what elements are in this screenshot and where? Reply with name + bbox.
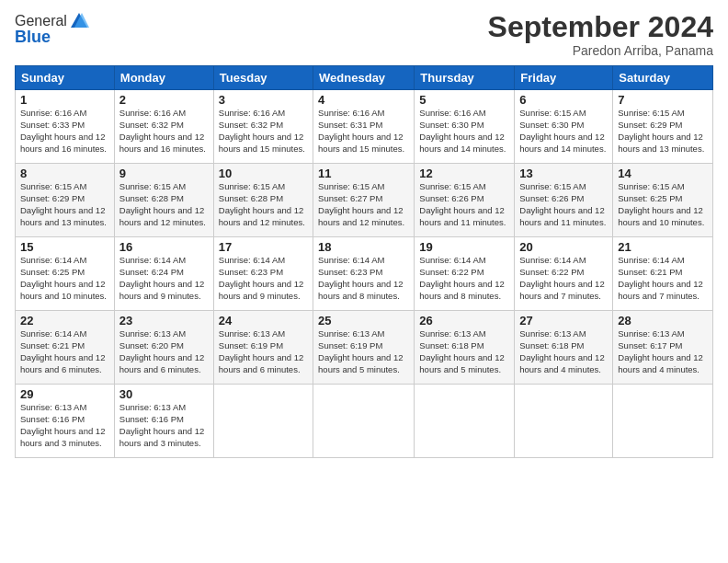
day-number: 25 xyxy=(318,314,409,327)
calendar-day-cell: 7 Sunrise: 6:15 AM Sunset: 6:29 PM Dayli… xyxy=(613,90,713,164)
calendar-table: SundayMondayTuesdayWednesdayThursdayFrid… xyxy=(15,65,713,458)
calendar-day-cell: 27 Sunrise: 6:13 AM Sunset: 6:18 PM Dayl… xyxy=(515,311,613,385)
day-number: 10 xyxy=(219,167,308,180)
calendar-day-header: Thursday xyxy=(415,66,515,90)
day-number: 26 xyxy=(419,314,509,327)
day-info: Sunrise: 6:14 AM Sunset: 6:25 PM Dayligh… xyxy=(20,255,109,302)
title-area: September 2024 Paredon Arriba, Panama xyxy=(488,11,713,58)
day-number: 12 xyxy=(419,167,509,180)
day-info: Sunrise: 6:13 AM Sunset: 6:19 PM Dayligh… xyxy=(318,328,409,375)
day-info: Sunrise: 6:15 AM Sunset: 6:26 PM Dayligh… xyxy=(419,181,509,228)
day-number: 24 xyxy=(219,314,308,327)
day-number: 28 xyxy=(618,314,708,327)
day-number: 5 xyxy=(419,93,509,107)
day-info: Sunrise: 6:16 AM Sunset: 6:31 PM Dayligh… xyxy=(318,108,409,155)
calendar-day-cell xyxy=(313,385,415,458)
day-info: Sunrise: 6:16 AM Sunset: 6:33 PM Dayligh… xyxy=(20,108,109,155)
day-number: 11 xyxy=(318,167,409,180)
day-number: 18 xyxy=(318,240,409,254)
day-info: Sunrise: 6:14 AM Sunset: 6:24 PM Dayligh… xyxy=(119,255,209,302)
day-info: Sunrise: 6:15 AM Sunset: 6:27 PM Dayligh… xyxy=(318,181,409,228)
calendar-day-cell: 19 Sunrise: 6:14 AM Sunset: 6:22 PM Dayl… xyxy=(415,237,515,311)
calendar-day-cell: 10 Sunrise: 6:15 AM Sunset: 6:28 PM Dayl… xyxy=(213,164,313,237)
month-title: September 2024 xyxy=(488,11,713,43)
calendar-day-cell: 29 Sunrise: 6:13 AM Sunset: 6:16 PM Dayl… xyxy=(16,385,115,458)
day-info: Sunrise: 6:16 AM Sunset: 6:30 PM Dayligh… xyxy=(419,108,509,155)
day-number: 3 xyxy=(219,93,308,107)
day-info: Sunrise: 6:13 AM Sunset: 6:16 PM Dayligh… xyxy=(20,402,109,449)
calendar-day-cell: 14 Sunrise: 6:15 AM Sunset: 6:25 PM Dayl… xyxy=(613,164,713,237)
day-info: Sunrise: 6:13 AM Sunset: 6:18 PM Dayligh… xyxy=(419,328,509,375)
logo-icon xyxy=(69,11,89,31)
day-number: 8 xyxy=(20,167,109,180)
header: General Blue September 2024 Paredon Arri… xyxy=(15,11,713,58)
calendar-day-cell: 26 Sunrise: 6:13 AM Sunset: 6:18 PM Dayl… xyxy=(415,311,515,385)
calendar-day-header: Tuesday xyxy=(213,66,313,90)
calendar-day-cell: 18 Sunrise: 6:14 AM Sunset: 6:23 PM Dayl… xyxy=(313,237,415,311)
calendar-day-header: Saturday xyxy=(613,66,713,90)
calendar-day-header: Wednesday xyxy=(313,66,415,90)
day-info: Sunrise: 6:15 AM Sunset: 6:28 PM Dayligh… xyxy=(219,181,308,228)
calendar-header-row: SundayMondayTuesdayWednesdayThursdayFrid… xyxy=(16,66,713,90)
calendar-day-cell: 17 Sunrise: 6:14 AM Sunset: 6:23 PM Dayl… xyxy=(213,237,313,311)
day-info: Sunrise: 6:14 AM Sunset: 6:21 PM Dayligh… xyxy=(20,328,109,375)
calendar-day-cell xyxy=(213,385,313,458)
day-info: Sunrise: 6:13 AM Sunset: 6:17 PM Dayligh… xyxy=(618,328,708,375)
calendar-day-cell: 30 Sunrise: 6:13 AM Sunset: 6:16 PM Dayl… xyxy=(114,385,213,458)
day-info: Sunrise: 6:14 AM Sunset: 6:22 PM Dayligh… xyxy=(519,255,608,302)
day-info: Sunrise: 6:13 AM Sunset: 6:18 PM Dayligh… xyxy=(519,328,608,375)
calendar-day-cell: 11 Sunrise: 6:15 AM Sunset: 6:27 PM Dayl… xyxy=(313,164,415,237)
day-number: 29 xyxy=(20,387,109,401)
calendar-day-cell: 8 Sunrise: 6:15 AM Sunset: 6:29 PM Dayli… xyxy=(16,164,115,237)
page: General Blue September 2024 Paredon Arri… xyxy=(0,0,728,563)
day-number: 22 xyxy=(20,314,109,327)
day-info: Sunrise: 6:14 AM Sunset: 6:21 PM Dayligh… xyxy=(618,255,708,302)
calendar-day-cell: 3 Sunrise: 6:16 AM Sunset: 6:32 PM Dayli… xyxy=(213,90,313,164)
calendar-day-header: Sunday xyxy=(16,66,115,90)
calendar-week-row: 15 Sunrise: 6:14 AM Sunset: 6:25 PM Dayl… xyxy=(16,237,713,311)
calendar-day-cell: 5 Sunrise: 6:16 AM Sunset: 6:30 PM Dayli… xyxy=(415,90,515,164)
calendar-day-header: Friday xyxy=(515,66,613,90)
calendar-day-cell: 12 Sunrise: 6:15 AM Sunset: 6:26 PM Dayl… xyxy=(415,164,515,237)
day-number: 19 xyxy=(419,240,509,254)
day-number: 23 xyxy=(119,314,209,327)
day-number: 13 xyxy=(519,167,608,180)
location-subtitle: Paredon Arriba, Panama xyxy=(488,43,713,58)
calendar-day-cell: 21 Sunrise: 6:14 AM Sunset: 6:21 PM Dayl… xyxy=(613,237,713,311)
calendar-day-cell: 6 Sunrise: 6:15 AM Sunset: 6:30 PM Dayli… xyxy=(515,90,613,164)
day-number: 7 xyxy=(618,93,708,107)
calendar-week-row: 29 Sunrise: 6:13 AM Sunset: 6:16 PM Dayl… xyxy=(16,385,713,458)
day-number: 17 xyxy=(219,240,308,254)
day-info: Sunrise: 6:13 AM Sunset: 6:16 PM Dayligh… xyxy=(119,402,209,449)
day-info: Sunrise: 6:15 AM Sunset: 6:25 PM Dayligh… xyxy=(618,181,708,228)
calendar-day-cell xyxy=(613,385,713,458)
day-number: 9 xyxy=(119,167,209,180)
day-number: 4 xyxy=(318,93,409,107)
day-info: Sunrise: 6:15 AM Sunset: 6:28 PM Dayligh… xyxy=(119,181,209,228)
calendar-day-cell: 24 Sunrise: 6:13 AM Sunset: 6:19 PM Dayl… xyxy=(213,311,313,385)
calendar-day-cell: 13 Sunrise: 6:15 AM Sunset: 6:26 PM Dayl… xyxy=(515,164,613,237)
calendar-day-cell: 15 Sunrise: 6:14 AM Sunset: 6:25 PM Dayl… xyxy=(16,237,115,311)
day-number: 16 xyxy=(119,240,209,254)
day-number: 20 xyxy=(519,240,608,254)
calendar-body: 1 Sunrise: 6:16 AM Sunset: 6:33 PM Dayli… xyxy=(16,90,713,458)
day-info: Sunrise: 6:16 AM Sunset: 6:32 PM Dayligh… xyxy=(219,108,308,155)
calendar-day-cell: 1 Sunrise: 6:16 AM Sunset: 6:33 PM Dayli… xyxy=(16,90,115,164)
day-number: 27 xyxy=(519,314,608,327)
calendar-day-cell: 28 Sunrise: 6:13 AM Sunset: 6:17 PM Dayl… xyxy=(613,311,713,385)
day-number: 30 xyxy=(119,387,209,401)
day-number: 1 xyxy=(20,93,109,107)
calendar-day-cell: 20 Sunrise: 6:14 AM Sunset: 6:22 PM Dayl… xyxy=(515,237,613,311)
calendar-week-row: 8 Sunrise: 6:15 AM Sunset: 6:29 PM Dayli… xyxy=(16,164,713,237)
calendar-week-row: 22 Sunrise: 6:14 AM Sunset: 6:21 PM Dayl… xyxy=(16,311,713,385)
calendar-day-header: Monday xyxy=(114,66,213,90)
day-info: Sunrise: 6:15 AM Sunset: 6:26 PM Dayligh… xyxy=(519,181,608,228)
calendar-day-cell xyxy=(515,385,613,458)
calendar-day-cell: 4 Sunrise: 6:16 AM Sunset: 6:31 PM Dayli… xyxy=(313,90,415,164)
calendar-day-cell xyxy=(415,385,515,458)
calendar-day-cell: 2 Sunrise: 6:16 AM Sunset: 6:32 PM Dayli… xyxy=(114,90,213,164)
calendar-day-cell: 23 Sunrise: 6:13 AM Sunset: 6:20 PM Dayl… xyxy=(114,311,213,385)
day-info: Sunrise: 6:15 AM Sunset: 6:29 PM Dayligh… xyxy=(618,108,708,155)
calendar-day-cell: 25 Sunrise: 6:13 AM Sunset: 6:19 PM Dayl… xyxy=(313,311,415,385)
logo: General Blue xyxy=(15,11,89,47)
